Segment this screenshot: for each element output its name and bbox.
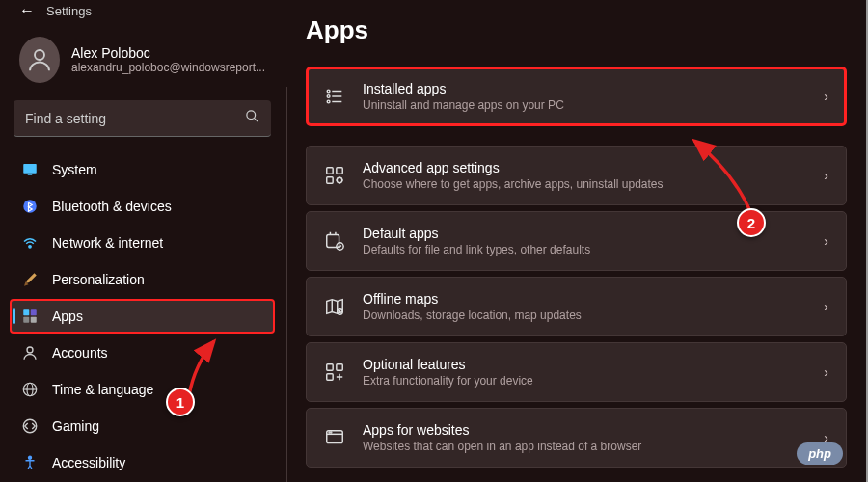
sidebar-item-label: Network & internet — [52, 235, 163, 251]
vertical-divider — [286, 87, 287, 482]
breadcrumb: Settings — [46, 4, 92, 18]
features-icon — [324, 362, 345, 383]
display-icon — [21, 161, 39, 178]
card-title: Installed apps — [363, 81, 806, 96]
card-subtitle: Defaults for file and link types, other … — [363, 243, 806, 256]
accessibility-icon — [21, 454, 39, 471]
card-subtitle: Uninstall and manage apps on your PC — [363, 98, 806, 112]
svg-rect-31 — [337, 364, 342, 370]
svg-rect-25 — [327, 177, 333, 183]
sidebar-item-label: Personalization — [52, 272, 145, 287]
sidebar-item-label: Gaming — [52, 418, 99, 434]
card-optional-features[interactable]: Optional features Extra functionality fo… — [306, 342, 847, 402]
accounts-icon — [21, 344, 39, 362]
svg-point-35 — [329, 432, 330, 433]
chevron-right-icon: › — [824, 168, 828, 183]
sidebar-item-label: Accounts — [52, 345, 108, 361]
svg-rect-7 — [23, 309, 29, 315]
search-icon — [245, 109, 259, 127]
svg-rect-8 — [31, 309, 37, 315]
search-box[interactable] — [14, 100, 271, 137]
svg-point-26 — [337, 177, 342, 183]
svg-rect-10 — [31, 317, 37, 323]
chevron-right-icon: › — [824, 364, 828, 380]
svg-point-17 — [327, 90, 330, 93]
card-title: Apps for websites — [363, 422, 806, 438]
sidebar-item-label: Time & language — [52, 382, 153, 397]
websites-icon — [324, 427, 345, 448]
sidebar-item-personalization[interactable]: Personalization — [10, 262, 275, 297]
search-input[interactable] — [25, 111, 245, 126]
apps-gear-icon — [324, 165, 345, 186]
card-title: Offline maps — [363, 291, 806, 307]
wifi-icon — [21, 234, 39, 252]
svg-rect-23 — [327, 168, 333, 174]
profile-name: Alex Poloboc — [71, 45, 265, 61]
svg-point-6 — [29, 246, 31, 248]
svg-point-11 — [27, 347, 33, 353]
sidebar-item-apps[interactable]: Apps — [10, 299, 275, 334]
card-title: Advanced app settings — [363, 160, 806, 175]
sidebar-item-bluetooth[interactable]: Bluetooth & devices — [10, 189, 275, 224]
sidebar-item-system[interactable]: System — [10, 152, 275, 187]
sidebar-item-label: Accessibility — [52, 455, 125, 470]
watermark-badge: php — [797, 442, 843, 465]
chevron-right-icon: › — [824, 89, 828, 104]
svg-rect-24 — [337, 168, 342, 174]
page-title: Apps — [306, 15, 847, 45]
card-advanced-settings[interactable]: Advanced app settings Choose where to ge… — [306, 146, 847, 205]
card-subtitle: Extra functionality for your device — [363, 374, 806, 388]
svg-point-36 — [331, 432, 332, 433]
svg-rect-32 — [327, 374, 333, 380]
svg-rect-9 — [23, 317, 29, 323]
card-offline-maps[interactable]: Offline maps Downloads, storage location… — [306, 277, 847, 336]
default-apps-icon — [324, 230, 345, 252]
svg-point-21 — [327, 100, 330, 103]
sidebar-item-label: System — [52, 162, 97, 177]
sidebar-item-accounts[interactable]: Accounts — [10, 335, 275, 370]
sidebar-item-network[interactable]: Network & internet — [10, 226, 275, 260]
sidebar-item-accessibility[interactable]: Accessibility — [10, 445, 275, 480]
svg-rect-4 — [28, 174, 33, 175]
card-title: Optional features — [363, 357, 806, 372]
bluetooth-icon — [21, 198, 39, 215]
sidebar-item-label: Bluetooth & devices — [52, 199, 172, 214]
annotation-badge-1: 1 — [166, 388, 195, 416]
card-subtitle: Choose where to get apps, archive apps, … — [363, 177, 806, 191]
profile-block[interactable]: Alex Poloboc alexandru_poloboc@windowsre… — [10, 27, 275, 100]
profile-email: alexandru_poloboc@windowsreport... — [71, 61, 265, 74]
card-installed-apps[interactable]: Installed apps Uninstall and manage apps… — [306, 67, 847, 126]
annotation-badge-2: 2 — [737, 208, 766, 237]
svg-point-19 — [327, 95, 330, 98]
chevron-right-icon: › — [824, 233, 828, 249]
card-apps-websites[interactable]: Apps for websites Websites that can open… — [306, 408, 847, 468]
card-subtitle: Websites that can open in an app instead… — [363, 440, 806, 453]
apps-icon — [21, 308, 39, 325]
sidebar-item-label: Apps — [52, 308, 83, 324]
chevron-right-icon: › — [824, 299, 828, 314]
sidebar-item-time[interactable]: Time & language — [10, 372, 275, 407]
svg-point-1 — [247, 111, 256, 120]
svg-point-16 — [29, 456, 32, 459]
avatar — [19, 37, 60, 83]
map-icon — [324, 296, 345, 317]
paintbrush-icon — [21, 271, 39, 288]
sidebar-item-gaming[interactable]: Gaming — [10, 409, 275, 443]
svg-line-2 — [254, 118, 258, 121]
globe-icon — [21, 381, 39, 398]
svg-point-0 — [35, 50, 44, 60]
gaming-icon — [21, 417, 39, 435]
svg-rect-3 — [23, 164, 37, 174]
list-icon — [324, 86, 345, 107]
card-subtitle: Downloads, storage location, map updates — [363, 308, 806, 322]
back-icon[interactable]: ← — [19, 2, 35, 19]
svg-rect-30 — [327, 364, 333, 370]
